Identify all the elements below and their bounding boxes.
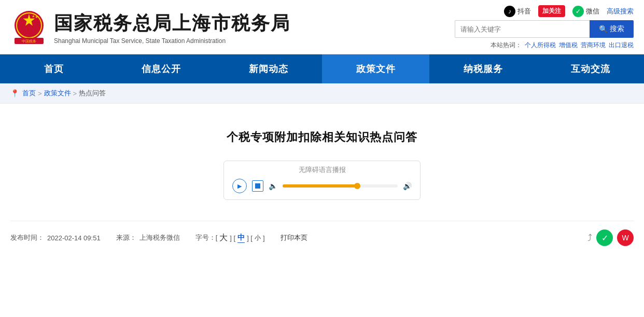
fontsize-close: ] [263,234,265,242]
weibo-follow-badge: 加关注 [538,5,565,17]
audio-stop-button[interactable] [252,180,263,192]
tiktok-icon: ♪ [504,6,515,17]
breadcrumb-home[interactable]: 首页 [22,89,36,98]
search-row: 🔍 搜索 [455,20,634,38]
volume-high-icon: 🔊 [403,182,412,190]
audio-label: 无障碍语言播报 [232,165,412,175]
logo: 中国税务 [10,9,48,46]
publish-label: 发布时间： [10,233,44,242]
hotword-vat[interactable]: 增值税 [559,41,578,50]
wechat-share-icon: ✓ [601,233,608,243]
fontsize-selector: 字号：[ 大 ] [ 中 ] [ 小 ] [195,233,265,243]
hotwords-row: 本站热词： 个人所得税 增值税 营商环境 出口退税 [491,41,634,50]
audio-play-button[interactable]: ▶ [232,179,247,193]
audio-progress-fill [283,184,357,188]
header: 中国税务 国家税务总局上海市税务局 Shanghai Municipal Tax… [0,0,644,54]
header-right: ♪ 抖音 加关注 ✓ 微信 高级搜索 🔍 搜索 本站热词： 个人所得税 增值税 … [455,5,634,50]
nav-news[interactable]: 新闻动态 [215,54,322,83]
advanced-search-link[interactable]: 高级搜索 [607,7,634,16]
weibo-follow-link[interactable]: 加关注 [538,5,565,17]
audio-controls: ▶ 🔈 🔊 [232,179,412,193]
volume-low-icon: 🔈 [269,182,277,190]
fontsize-label: 字号：[ [195,233,218,242]
fontsize-bracket2: ] [ [247,234,253,242]
breadcrumb-current: 热点问答 [79,89,106,98]
footer-left: 发布时间： 2022-02-14 09:51 来源： 上海税务微信 字号：[ 大… [10,233,307,243]
article-title: 个税专项附加扣除相关知识热点问答 [227,129,417,145]
source-info: 来源： 上海税务微信 [116,233,180,242]
social-row: ♪ 抖音 加关注 ✓ 微信 高级搜索 [504,5,634,17]
nav-home[interactable]: 首页 [0,54,107,83]
weixin-link[interactable]: ✓ 微信 [572,6,599,17]
audio-progress-dot [354,183,360,189]
weixin-icon: ✓ [572,6,584,17]
stop-icon [255,183,260,189]
search-input[interactable] [455,20,590,38]
svg-text:中国税务: 中国税务 [22,39,36,44]
source-label: 来源： [116,233,136,242]
search-button-label: 搜索 [610,24,624,34]
nav-policy[interactable]: 政策文件 [322,54,429,83]
weibo-share-button[interactable]: W [617,229,634,246]
hotwords-label: 本站热词： [491,41,522,50]
audio-progress-bar[interactable] [283,184,398,188]
site-title-en: Shanghai Municipal Tax Service, State Ta… [54,37,290,45]
breadcrumb: 📍 首页 > 政策文件 > 热点问答 [0,83,644,104]
nav-tax-service[interactable]: 纳税服务 [429,54,537,83]
tiktok-label: 抖音 [517,7,531,16]
weixin-label: 微信 [586,7,599,16]
hotword-business-env[interactable]: 营商环境 [581,41,606,50]
location-icon: 📍 [10,89,19,97]
share-button[interactable]: ⤴ [587,233,592,243]
footer-social-icons: ⤴ ✓ W [587,229,634,246]
fontsize-small-btn[interactable]: 小 [255,234,261,242]
publish-info: 发布时间： 2022-02-14 09:51 [10,233,101,242]
print-button[interactable]: 打印本页 [281,233,307,242]
tiktok-link[interactable]: ♪ 抖音 [504,6,531,17]
audio-player: 无障碍语言播报 ▶ 🔈 🔊 [223,161,421,200]
fontsize-large-btn[interactable]: 大 [219,233,228,243]
main-nav: 首页 信息公开 新闻动态 政策文件 纳税服务 互动交流 [0,54,644,83]
nav-interaction[interactable]: 互动交流 [537,54,644,83]
hotword-export-rebate[interactable]: 出口退税 [609,41,634,50]
header-title-block: 国家税务总局上海市税务局 Shanghai Municipal Tax Serv… [54,11,290,45]
breadcrumb-sep2: > [73,90,77,97]
hotword-income-tax[interactable]: 个人所得税 [525,41,556,50]
footer-info: 发布时间： 2022-02-14 09:51 来源： 上海税务微信 字号：[ 大… [10,221,634,246]
search-icon: 🔍 [599,25,608,33]
breadcrumb-sep1: > [38,90,42,97]
breadcrumb-policy[interactable]: 政策文件 [44,89,71,98]
main-content: 个税专项附加扣除相关知识热点问答 无障碍语言播报 ▶ 🔈 🔊 发布时间： 20 [0,104,644,280]
source-value: 上海税务微信 [139,233,180,242]
search-button[interactable]: 🔍 搜索 [590,20,634,38]
nav-info[interactable]: 信息公开 [107,54,215,83]
wechat-share-button[interactable]: ✓ [596,229,613,246]
play-icon: ▶ [237,183,242,190]
header-left: 中国税务 国家税务总局上海市税务局 Shanghai Municipal Tax… [10,9,290,46]
site-title-cn: 国家税务总局上海市税务局 [54,11,290,36]
fontsize-mid-btn[interactable]: 中 [237,233,245,243]
fontsize-bracket1: ] [ [230,234,235,242]
publish-date: 2022-02-14 09:51 [47,234,101,242]
weibo-share-icon: W [622,234,628,242]
